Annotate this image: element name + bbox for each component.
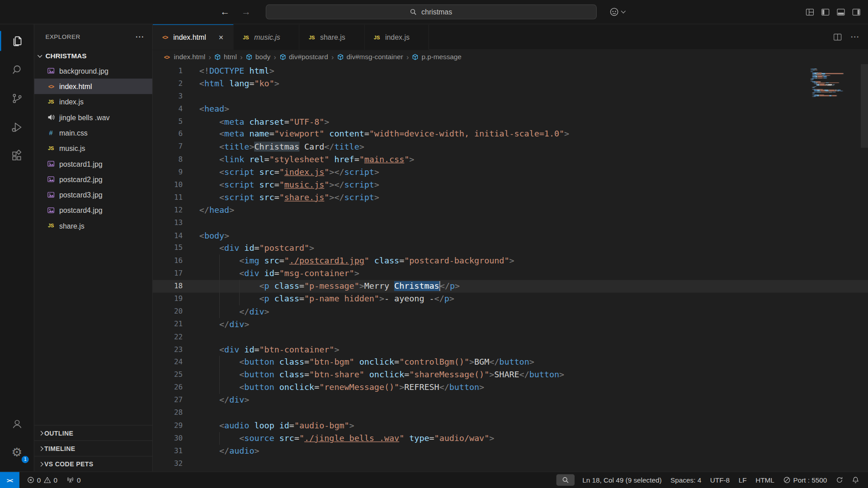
cursor-position[interactable]: Ln 18, Col 49 (9 selected) <box>578 472 666 488</box>
file-item[interactable]: JSmusic.js <box>34 141 152 156</box>
tab-music.js[interactable]: JSmusic.js <box>234 24 300 50</box>
code-line[interactable]: 20 </div> <box>153 305 868 318</box>
line-number: 26 <box>153 381 183 394</box>
search-icon[interactable] <box>0 55 34 84</box>
language-mode[interactable]: HTML <box>751 472 778 488</box>
eol[interactable]: LF <box>734 472 751 488</box>
toggle-sidebar-icon[interactable] <box>821 8 830 17</box>
sidebar-section[interactable]: OUTLINE <box>34 425 152 440</box>
breadcrumb-item[interactable]: <>index.html <box>162 52 205 61</box>
code-line[interactable]: 29 <audio loop id="audio-bgm"> <box>153 419 868 432</box>
breadcrumb-label: body <box>255 53 270 61</box>
scrollbar-thumb[interactable] <box>861 64 868 148</box>
file-item[interactable]: JSindex.js <box>34 94 152 109</box>
close-icon[interactable]: × <box>216 32 226 42</box>
code-line[interactable]: 27 </div> <box>153 394 868 407</box>
copilot-menu[interactable] <box>609 7 625 17</box>
file-item[interactable]: postcard3.jpg <box>34 187 152 202</box>
file-item[interactable]: background.jpg <box>34 63 152 79</box>
code-line[interactable]: 9 <script src="index.js"></script> <box>153 166 868 179</box>
zoom-indicator[interactable] <box>557 474 575 486</box>
code-line[interactable]: 5 <meta charset="UTF-8"> <box>153 115 868 128</box>
code-line[interactable]: 15 <div id="postcard"> <box>153 242 868 255</box>
sidebar-section[interactable]: VS CODE PETS <box>34 456 152 471</box>
tab-share.js[interactable]: JSshare.js <box>300 24 365 50</box>
breadcrumb-item[interactable]: p.p-message <box>412 53 462 61</box>
tab-index.js[interactable]: JSindex.js <box>365 24 429 50</box>
file-item[interactable]: postcard4.jpg <box>34 202 152 218</box>
code-line[interactable]: 6 <meta name="viewport" content="width=d… <box>153 128 868 141</box>
breadcrumb-item[interactable]: div#msg-container <box>337 53 403 61</box>
back-icon[interactable]: ← <box>219 6 231 17</box>
symbol-icon <box>337 54 344 61</box>
more-actions-icon[interactable]: ··· <box>851 33 860 41</box>
indent-guide <box>219 305 220 318</box>
code-line[interactable]: 12</head> <box>153 204 868 217</box>
indent-guide <box>219 356 220 369</box>
code-line[interactable]: 8 <link rel="stylesheet" href="main.css"… <box>153 153 868 166</box>
split-editor-icon[interactable] <box>833 33 842 42</box>
settings-icon[interactable]: ⚙1 <box>0 438 34 467</box>
minimap[interactable] <box>811 69 859 99</box>
code-line[interactable]: 17 <div id="msg-container"> <box>153 267 868 280</box>
tab-index.html[interactable]: <>index.html× <box>153 24 234 50</box>
forwarded-ports[interactable]: 0 <box>62 472 85 488</box>
code-line[interactable]: 1<!DOCTYPE html> <box>153 65 868 77</box>
extensions-icon[interactable] <box>0 141 34 170</box>
file-item[interactable]: JSshare.js <box>34 218 152 233</box>
error-icon <box>27 476 34 483</box>
code-line[interactable]: 23 <div id="btn-container"> <box>153 343 868 356</box>
toggle-secondary-sidebar-icon[interactable] <box>852 8 861 17</box>
folder-root[interactable]: CHRISTMAS <box>34 49 152 63</box>
sidebar-section[interactable]: TIMELINE <box>34 441 152 456</box>
breadcrumb-item[interactable]: body <box>246 53 270 61</box>
accounts-icon[interactable] <box>0 409 34 438</box>
code-line[interactable]: 11 <script src="share.js"></script> <box>153 192 868 204</box>
code-line[interactable]: 19 <p class="p-name hidden">- ayeong -</… <box>153 293 868 305</box>
code-line[interactable]: 31 </audio> <box>153 445 868 457</box>
encoding[interactable]: UTF-8 <box>706 472 734 488</box>
toggle-panel-icon[interactable] <box>836 8 845 17</box>
customize-layout-icon[interactable] <box>806 8 815 17</box>
file-item[interactable]: postcard1.jpg <box>34 156 152 171</box>
code-line[interactable]: 10 <script src="music.js"></script> <box>153 179 868 192</box>
run-debug-icon[interactable] <box>0 113 34 142</box>
js-file-icon: JS <box>241 33 250 42</box>
code-line[interactable]: 28 <box>153 407 868 419</box>
code-line[interactable]: 24 <button class="btn-bgm" onclick="cont… <box>153 356 868 369</box>
indentation[interactable]: Spaces: 4 <box>666 472 706 488</box>
code-line[interactable]: 4<head> <box>153 103 868 115</box>
explorer-icon[interactable] <box>0 27 34 56</box>
code-line[interactable]: 3 <box>153 90 868 103</box>
forward-icon[interactable]: → <box>240 6 252 17</box>
forwarded-ports-text: 0 <box>77 476 81 484</box>
code-line[interactable]: 16 <img src="./postcard1.jpg" class="pos… <box>153 255 868 267</box>
live-server-port[interactable]: Port : 5500 <box>779 472 832 488</box>
code-line[interactable]: 22 <box>153 331 868 343</box>
file-item[interactable]: jingle bells .wav <box>34 109 152 125</box>
source-control-icon[interactable] <box>0 84 34 113</box>
code-line[interactable]: 21 </div> <box>153 318 868 331</box>
breadcrumb-label: index.html <box>174 53 205 61</box>
code-line[interactable]: 14<body> <box>153 230 868 242</box>
problems[interactable]: 00 <box>23 472 62 488</box>
file-item[interactable]: postcard2.jpg <box>34 172 152 187</box>
code-line[interactable]: 32 <box>153 457 868 470</box>
code-line[interactable]: 13 <box>153 217 868 230</box>
sync[interactable] <box>831 472 848 488</box>
file-item[interactable]: <>index.html <box>34 79 152 94</box>
breadcrumb-item[interactable]: div#postcard <box>279 53 328 61</box>
code-line[interactable]: 26 <button onclick="renewMessage()">REFR… <box>153 381 868 394</box>
code-line[interactable]: 30 <source src="./jingle bells .wav" typ… <box>153 432 868 445</box>
file-item[interactable]: #main.css <box>34 125 152 141</box>
code-line[interactable]: 25 <button class="btn-share" onclick="sh… <box>153 369 868 381</box>
folder-name: CHRISTMAS <box>45 52 86 60</box>
code-line[interactable]: 7 <title>Christmas Card</title> <box>153 141 868 153</box>
more-actions-icon[interactable]: ··· <box>136 33 145 41</box>
code-line[interactable]: 2<html lang="ko"> <box>153 77 868 90</box>
code-line[interactable]: 18 <p class="p-message">Merry Christmas<… <box>153 280 868 293</box>
command-center-search[interactable]: christmas <box>265 5 596 19</box>
breadcrumb-item[interactable]: html <box>214 53 237 61</box>
remote-indicator[interactable]: >< <box>0 472 19 488</box>
notifications[interactable] <box>848 472 864 488</box>
